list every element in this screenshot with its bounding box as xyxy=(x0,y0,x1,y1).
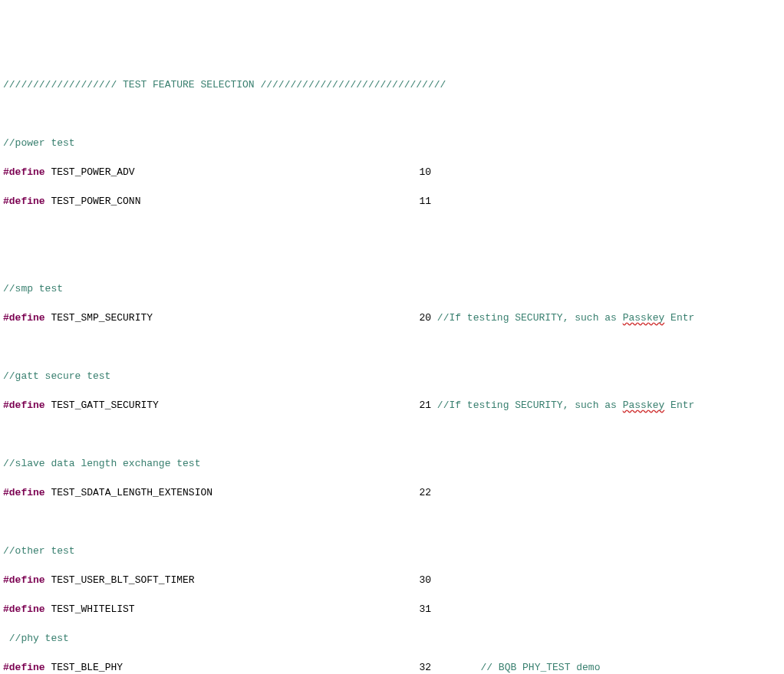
comment-other: //other test xyxy=(3,544,784,558)
blank-line xyxy=(3,252,784,267)
blank-line xyxy=(3,107,784,121)
define-kw: #define xyxy=(3,166,45,178)
comment-phy: //phy test xyxy=(3,631,784,646)
define-power-conn: #define TEST_POWER_CONN11 xyxy=(3,194,784,209)
define-gatt-security: #define TEST_GATT_SECURITY21 //If testin… xyxy=(3,398,784,413)
blank-line xyxy=(3,427,784,442)
comment-power: //power test xyxy=(3,136,784,150)
define-sdata: #define TEST_SDATA_LENGTH_EXTENSION22 xyxy=(3,485,784,500)
blank-line xyxy=(3,515,784,529)
header-text: /////////////////// TEST FEATURE SELECTI… xyxy=(3,79,446,90)
define-whitelist: #define TEST_WHITELIST31 xyxy=(3,602,784,616)
code-editor[interactable]: /////////////////// TEST FEATURE SELECTI… xyxy=(0,58,784,674)
link-passkey[interactable]: Passkey xyxy=(623,399,665,411)
link-passkey[interactable]: Passkey xyxy=(623,312,665,324)
define-power-adv: #define TEST_POWER_ADV10 xyxy=(3,165,784,179)
blank-line xyxy=(3,223,784,238)
header-line: /////////////////// TEST FEATURE SELECTI… xyxy=(3,77,784,92)
blank-line xyxy=(3,340,784,354)
comment-gatt: //gatt secure test xyxy=(3,369,784,383)
define-ble-phy: #define TEST_BLE_PHY32// BQB PHY_TEST de… xyxy=(3,660,784,674)
define-user-timer: #define TEST_USER_BLT_SOFT_TIMER30 xyxy=(3,573,784,587)
define-smp-security: #define TEST_SMP_SECURITY20 //If testing… xyxy=(3,311,784,325)
comment-slave: //slave data length exchange test xyxy=(3,456,784,471)
comment-smp: //smp test xyxy=(3,281,784,296)
